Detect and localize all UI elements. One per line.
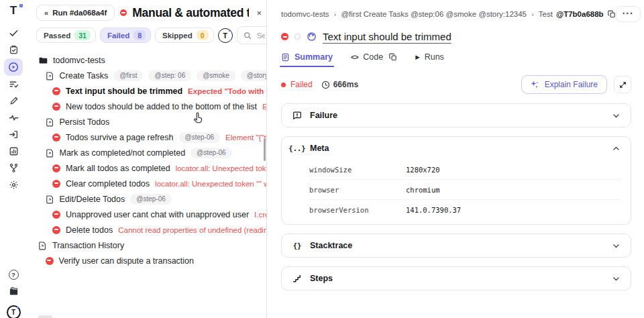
explain-failure-button[interactable]: Explain Failure	[521, 75, 607, 94]
copy-code-icon[interactable]	[389, 53, 397, 61]
tree-folder-row[interactable]: todomvc-tests	[27, 52, 266, 68]
section-card-steps: Steps	[281, 266, 631, 290]
avatar-letter: T	[11, 309, 15, 316]
tree-test-row[interactable]: New todos should be added to the bottom …	[27, 99, 266, 114]
tree-item-label: Clear completed todos	[66, 179, 150, 189]
tree-suite-row[interactable]: Transaction History	[27, 237, 266, 253]
tab-runs-label: Runs	[425, 52, 444, 62]
gear-icon[interactable]	[5, 176, 22, 193]
detail-tabs: Summary <> Code ▶ Runs	[281, 52, 631, 67]
section-title: Meta	[310, 144, 604, 153]
test-failed-icon	[52, 180, 60, 188]
clipboard-check-icon[interactable]	[5, 42, 22, 58]
retries-icon[interactable]	[307, 32, 317, 42]
breadcrumb-suite[interactable]: @first Create Tasks @step:06 @smoke @sto…	[341, 10, 527, 18]
tag-badge: @step-06	[191, 148, 232, 158]
meta-row: windowSize1280x720	[309, 160, 621, 180]
test-failed-icon	[52, 134, 60, 142]
pencil-icon[interactable]	[5, 93, 22, 109]
error-message: locator.all: Unexpected token "" while p…	[155, 180, 266, 188]
search-icon	[244, 32, 252, 40]
user-avatar[interactable]: T	[7, 305, 21, 318]
meta-value: chromium	[406, 186, 621, 194]
tree-test-row[interactable]: Todos survive a page refresh@step-06Elem…	[27, 129, 266, 145]
tree-suite-row[interactable]: Edit/Delete Todos@step-06	[27, 191, 266, 207]
filter-skipped-count: 0	[197, 30, 209, 40]
filter-failed[interactable]: Failed 8	[100, 28, 151, 43]
ai-sparkle-icon	[531, 81, 539, 89]
section-header-failure[interactable]: Failure	[282, 104, 631, 127]
tag-badge: @smoke	[197, 70, 235, 81]
projects-folder-icon[interactable]	[5, 283, 22, 300]
suite-file-icon	[46, 148, 54, 158]
tab-code[interactable]: <> Code	[351, 52, 397, 67]
run-failed-status-icon	[120, 9, 127, 16]
import-box-icon[interactable]	[5, 126, 22, 143]
error-message: I.createUserAndLogi	[254, 211, 266, 219]
runs-play-circle-icon[interactable]	[4, 58, 23, 76]
test-failed-status-icon	[281, 33, 288, 40]
tree-item-label: Transaction History	[52, 241, 124, 250]
tree-test-row[interactable]: Text input should be trimmedExpected "To…	[27, 83, 266, 99]
breadcrumb-project[interactable]: todomvc-tests	[281, 10, 329, 18]
section-header-meta[interactable]: {..}Meta	[282, 137, 631, 160]
tree-test-row[interactable]: Delete todosCannot read properties of un…	[27, 222, 266, 237]
tag-badge: @first	[113, 70, 143, 81]
tree-test-row[interactable]: Mark all todos as completedlocator.all: …	[27, 160, 266, 176]
section-title: Steps	[310, 274, 604, 283]
run-close-icon[interactable]: ×	[254, 8, 264, 18]
test-title-row: Text input should be trimmed	[281, 31, 631, 42]
logo-accent	[19, 4, 23, 7]
tree-item-label: Persist Todos	[60, 117, 110, 127]
section-header-stacktrace[interactable]: {}Stacktrace	[282, 234, 631, 257]
tab-summary[interactable]: Summary	[281, 52, 333, 67]
section-header-steps[interactable]: Steps	[282, 267, 631, 290]
tree-item-label: Mark as completed/not completed	[60, 148, 186, 158]
app-logo-icon[interactable]: T	[10, 5, 17, 16]
more-actions-button[interactable]: ···	[616, 6, 641, 22]
fullscreen-expand-button[interactable]	[614, 76, 631, 93]
breadcrumb-test-label: Test	[539, 10, 553, 18]
back-to-run-button[interactable]: « Run #da068a4f	[36, 5, 115, 21]
bar-chart-icon[interactable]	[5, 143, 22, 160]
suite-file-icon	[46, 117, 54, 127]
error-message: Expected "secon	[262, 103, 266, 111]
tree-test-row[interactable]: Verify user can dispute a transaction	[27, 253, 266, 268]
failure-icon	[292, 111, 303, 120]
expand-arrows-icon	[619, 81, 627, 89]
tree-test-row[interactable]: Unapproved user cant chat with unapprove…	[27, 207, 266, 222]
help-icon[interactable]: ?	[5, 266, 22, 283]
branch-icon[interactable]	[5, 160, 22, 176]
filter-row: Passed 31 Failed 8 Skipped 0 T	[27, 23, 266, 50]
tree-suite-row[interactable]: Persist Todos	[27, 114, 266, 129]
detail-sections: Failure{..}MetawindowSize1280x720browser…	[281, 103, 631, 290]
breadcrumb-separator: ›	[334, 10, 337, 18]
tree-suite-row[interactable]: Mark as completed/not completed@step-06	[27, 145, 266, 160]
test-failed-icon	[52, 164, 60, 172]
filter-skipped[interactable]: Skipped 0	[155, 28, 214, 43]
tree-test-row[interactable]: Clear completed todoslocator.all: Unexpe…	[27, 176, 266, 191]
filter-passed[interactable]: Passed 31	[36, 28, 96, 43]
folder-icon	[38, 56, 48, 65]
meta-key: browser	[309, 186, 406, 194]
activity-pulse-icon[interactable]	[5, 109, 22, 126]
tag-badge: @step-06	[179, 132, 221, 143]
meta-icon: {..}	[292, 144, 303, 152]
brand-circle-icon[interactable]: T	[218, 28, 233, 43]
test-failed-icon	[46, 257, 54, 265]
copy-test-id-icon[interactable]	[608, 10, 616, 18]
test-id: @T7b0a688b	[556, 10, 604, 18]
app-window: T ? T « Run #da068a4f Manual	[0, 0, 644, 318]
tab-summary-label: Summary	[294, 52, 333, 62]
search-input[interactable]	[256, 31, 266, 40]
error-message: Cannot read properties of undefined (rea…	[118, 226, 266, 234]
meta-key: browserVersion	[309, 206, 406, 214]
tree-item-label: Todos survive a page refresh	[66, 133, 174, 142]
tree-suite-row[interactable]: Create Tasks@first@step: 06@smoke@story:…	[27, 68, 266, 83]
meta-row: browserVersion141.0.7390.37	[309, 200, 621, 219]
tab-runs[interactable]: ▶ Runs	[415, 52, 444, 67]
test-title-link[interactable]: Text input should be trimmed	[323, 31, 451, 42]
list-check-icon[interactable]	[5, 76, 22, 93]
check-icon[interactable]	[5, 25, 22, 42]
scrollbar-thumb[interactable]	[264, 138, 266, 161]
